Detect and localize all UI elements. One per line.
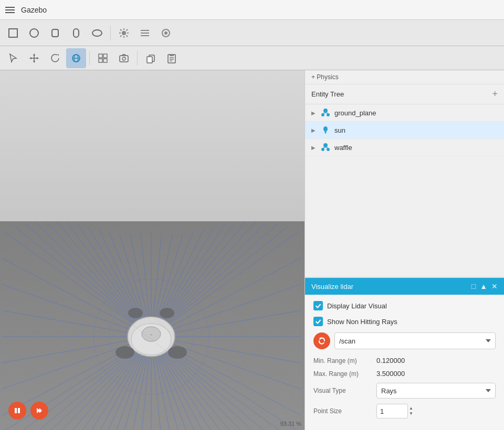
- separator3: [137, 51, 138, 66]
- svg-line-128: [210, 221, 302, 430]
- svg-line-126: [105, 221, 302, 430]
- show-non-hitting-rays-row: Show Non Hitting Rays: [313, 317, 496, 326]
- step-forward-button[interactable]: [30, 402, 48, 420]
- svg-point-135: [323, 109, 328, 113]
- capsule-tool-btn[interactable]: [66, 23, 86, 43]
- svg-rect-33: [120, 56, 128, 62]
- physics-link[interactable]: + Physics: [305, 70, 504, 84]
- svg-point-140: [323, 126, 328, 132]
- svg-line-11: [127, 35, 128, 37]
- grid-btn[interactable]: [93, 48, 113, 68]
- model-icon: [321, 108, 330, 117]
- lidar-close-button[interactable]: ✕: [491, 282, 498, 291]
- sky-bg: [0, 70, 304, 232]
- svg-rect-2: [52, 29, 58, 37]
- pause-button[interactable]: [8, 402, 26, 420]
- entity-tree-panel: + Physics Entity Tree + ▶ ground_plane: [305, 70, 504, 277]
- point-size-arrows: ▲ ▼: [409, 406, 413, 416]
- playback-controls: [8, 402, 48, 420]
- svg-line-139: [326, 113, 328, 113]
- svg-rect-0: [9, 29, 17, 37]
- app-title: Gazebo: [21, 6, 47, 14]
- tree-item-ground-plane-label: ground_plane: [334, 109, 376, 117]
- visual-type-label: Visual Type: [313, 387, 376, 394]
- sun-tool-btn[interactable]: [114, 23, 134, 43]
- lidar-restore-button[interactable]: □: [471, 282, 476, 291]
- hamburger-menu[interactable]: [5, 7, 15, 13]
- point-size-up-arrow[interactable]: ▲: [409, 406, 413, 411]
- svg-point-1: [30, 29, 38, 37]
- ground-grid: [0, 221, 304, 430]
- lidar-header-buttons: □ ▲ ✕: [471, 282, 498, 291]
- show-non-hitting-rays-checkbox[interactable]: [313, 317, 323, 326]
- svg-line-13: [120, 35, 122, 37]
- lidar-panel-body: Display Lidar Visual Show Non Hitting Ra…: [305, 295, 504, 430]
- svg-marker-134: [39, 408, 42, 413]
- svg-rect-132: [18, 408, 20, 413]
- tree-item-ground-plane[interactable]: ▶ ground_plane: [305, 104, 504, 122]
- entity-tree-title: Entity Tree: [311, 90, 344, 98]
- cylinder-tool-btn[interactable]: [45, 23, 65, 43]
- toolbar-actions: [0, 46, 504, 70]
- display-lidar-visual-label: Display Lidar Visual: [327, 302, 387, 310]
- paste-btn[interactable]: [162, 48, 182, 68]
- point-size-label: Point Size: [313, 407, 376, 415]
- svg-line-146: [323, 147, 326, 148]
- tree-item-sun[interactable]: ▶ sun: [305, 122, 504, 139]
- lidar-up-button[interactable]: ▲: [480, 282, 487, 291]
- light-icon: [321, 125, 330, 135]
- lidar-panel-header: Visualize lidar □ ▲ ✕: [305, 278, 504, 295]
- svg-point-4: [92, 30, 102, 36]
- select-btn[interactable]: [3, 48, 23, 68]
- svg-marker-23: [29, 57, 32, 59]
- sphere-tool-btn[interactable]: [24, 23, 44, 43]
- copy-btn[interactable]: [141, 48, 161, 68]
- lidar-panel-title: Visualize lidar: [311, 283, 353, 291]
- svg-point-144: [321, 148, 324, 151]
- camera-snap-btn[interactable]: [114, 48, 134, 68]
- tree-item-sun-label: sun: [334, 126, 345, 134]
- main-content: ~ 93.31 %: [0, 70, 504, 430]
- camera-btn[interactable]: [156, 23, 176, 43]
- topic-row: /scan: [313, 332, 496, 349]
- svg-line-129: [262, 221, 302, 430]
- ellipsoid-tool-btn[interactable]: [87, 23, 107, 43]
- lidar-panel: Visualize lidar □ ▲ ✕ Display Lidar Vi: [305, 277, 504, 430]
- display-lidar-visual-checkbox[interactable]: [313, 301, 323, 310]
- visual-type-select[interactable]: Rays Points: [376, 383, 496, 399]
- svg-point-143: [323, 143, 328, 147]
- svg-line-147: [326, 147, 328, 148]
- tree-item-waffle[interactable]: ▶ waffle: [305, 139, 504, 156]
- 3d-viewport[interactable]: ~ 93.31 %: [0, 70, 304, 430]
- entity-tree-header: Entity Tree +: [305, 84, 504, 104]
- svg-point-5: [122, 31, 126, 35]
- show-non-hitting-rays-label: Show Non Hitting Rays: [327, 318, 397, 326]
- min-range-value: 0.120000: [376, 357, 405, 364]
- ground-area: ~: [0, 221, 304, 430]
- svg-point-34: [122, 57, 125, 60]
- point-size-input[interactable]: [376, 404, 408, 418]
- svg-rect-29: [99, 54, 102, 58]
- point-size-row: Point Size ▲ ▼: [313, 404, 496, 418]
- move-btn[interactable]: [24, 48, 44, 68]
- svg-rect-36: [147, 57, 152, 63]
- lines-tool-btn[interactable]: [135, 23, 155, 43]
- add-entity-button[interactable]: +: [492, 89, 498, 100]
- svg-rect-3: [74, 29, 79, 37]
- right-panel: + Physics Entity Tree + ▶ ground_plane: [304, 70, 504, 430]
- separator2: [89, 51, 90, 66]
- svg-line-10: [120, 29, 122, 31]
- svg-rect-142: [325, 133, 326, 134]
- point-size-down-arrow[interactable]: ▼: [409, 411, 413, 416]
- expand-icon: ▶: [311, 110, 316, 116]
- refresh-topic-button[interactable]: [313, 332, 330, 349]
- world-btn[interactable]: [66, 48, 86, 68]
- box-tool-btn[interactable]: [3, 23, 23, 43]
- rotate-btn[interactable]: [45, 48, 65, 68]
- model-icon-waffle: [321, 143, 330, 152]
- max-range-label: Max. Range (m): [313, 370, 376, 378]
- svg-line-138: [323, 113, 326, 113]
- topic-select[interactable]: /scan: [334, 332, 496, 349]
- title-bar: Gazebo: [0, 0, 504, 20]
- max-range-value: 3.500000: [376, 370, 405, 378]
